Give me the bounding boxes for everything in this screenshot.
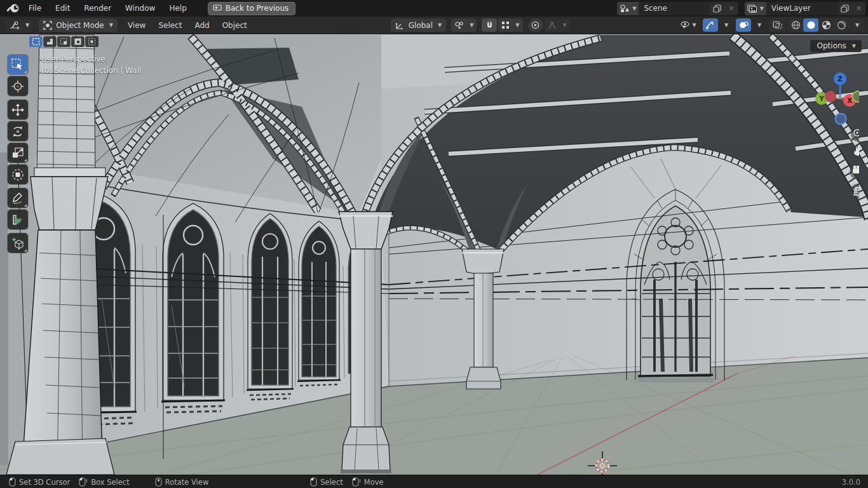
zoom-button[interactable]	[851, 126, 859, 142]
menu-view[interactable]: View	[121, 21, 152, 30]
tool-box-select[interactable]	[8, 55, 28, 74]
svg-text:Z: Z	[837, 76, 842, 83]
shading-dropdown[interactable]: ▼	[849, 18, 864, 32]
chevron-down-icon: ▼	[632, 6, 636, 11]
material-sphere-icon	[822, 20, 831, 30]
viewlayer-name-field[interactable]: ViewLayer	[766, 2, 837, 15]
3d-viewport[interactable]: User Perspective (0) Scene Collection | …	[0, 34, 868, 475]
tool-move[interactable]	[8, 100, 28, 119]
blender-logo-icon	[5, 3, 22, 14]
chevron-down-icon: ▼	[563, 22, 567, 28]
tool-measure[interactable]	[8, 210, 28, 229]
select-mode-extend-button[interactable]	[43, 36, 57, 47]
new-scene-button[interactable]	[710, 2, 724, 15]
mouse-left-icon	[310, 477, 317, 487]
menu-object[interactable]: Object	[216, 21, 254, 30]
version-label: 3.0.0	[842, 478, 860, 487]
menu-edit[interactable]: Edit	[48, 0, 77, 17]
select-mode-buttons	[29, 36, 98, 47]
options-dropdown[interactable]: Options▼	[810, 40, 862, 52]
xray-toggle[interactable]	[769, 18, 785, 32]
back-screen-icon	[213, 4, 222, 11]
pivot-point-dropdown[interactable]: ▼	[451, 18, 477, 32]
menu-render[interactable]: Render	[77, 0, 118, 17]
blender-window: { "topbar": { "menus": ["File", "Edit", …	[0, 0, 868, 488]
tool-rotate[interactable]	[8, 121, 28, 141]
duplicate-icon	[713, 4, 721, 13]
viewport-header: ▼ Object Mode ▼ View Select Add Object G…	[0, 17, 868, 34]
remove-viewlayer-button[interactable]: ✕	[852, 4, 865, 13]
menu-window[interactable]: Window	[118, 0, 162, 17]
pan-button[interactable]	[850, 145, 859, 160]
shading-wireframe-button[interactable]	[788, 18, 803, 32]
orientation-axes-icon	[395, 21, 405, 30]
tool-transform[interactable]	[8, 165, 28, 184]
transform-orientation-dropdown[interactable]: Global ▼	[391, 18, 446, 32]
visibility-eye-cursor-icon	[680, 21, 691, 29]
chevron-down-icon: ▼	[470, 22, 473, 28]
viewport-nav-cluster: Z Y X	[811, 53, 859, 205]
menu-help[interactable]: Help	[162, 0, 193, 17]
menu-select[interactable]: Select	[152, 21, 188, 30]
shading-solid-button[interactable]	[803, 18, 818, 32]
shading-mode-group: ▼	[788, 18, 864, 32]
scene-browse-button[interactable]: ▼	[617, 2, 639, 15]
editor-type-button[interactable]: ▼	[5, 18, 34, 32]
select-mode-set-button[interactable]	[29, 36, 43, 47]
snap-increment-icon	[501, 21, 510, 29]
menu-add[interactable]: Add	[188, 21, 215, 30]
back-to-previous-button[interactable]: Back to Previous	[208, 2, 296, 15]
proportional-falloff-dropdown[interactable]: ▼	[545, 18, 570, 32]
tool-add-cube[interactable]	[8, 233, 28, 253]
active-collection-label: (0) Scene Collection | Wall	[41, 66, 141, 75]
solid-sphere-icon	[806, 20, 816, 30]
select-mode-subtract-button[interactable]	[57, 36, 71, 47]
view-perspective-label: User Perspective	[41, 55, 105, 64]
perspective-toggle-button[interactable]	[850, 184, 859, 199]
mode-dropdown[interactable]: Object Mode ▼	[39, 18, 118, 32]
gizmo-icon	[706, 21, 715, 29]
chevron-down-icon: ▼	[109, 22, 113, 28]
hint-box-select: Box Select	[79, 477, 130, 487]
chevron-down-icon: ▼	[692, 22, 696, 28]
viewlayer-browse-button[interactable]: ▼	[745, 2, 766, 15]
svg-text:Y: Y	[818, 95, 824, 102]
chevron-down-icon: ▼	[760, 6, 764, 11]
show-overlays-toggle[interactable]	[736, 18, 751, 32]
hint-move: Move	[352, 477, 384, 487]
status-bar: Set 3D Cursor Box Select Rotate View Sel…	[0, 475, 868, 488]
tool-cursor[interactable]	[8, 76, 28, 96]
mouse-left-drag-icon	[79, 477, 88, 487]
magnet-icon	[485, 21, 494, 29]
proportional-editing-toggle[interactable]	[528, 18, 543, 32]
snap-toggle-button[interactable]	[482, 18, 497, 32]
viewlayer-selector: ▼ ViewLayer ✕	[745, 2, 865, 15]
object-visibility-dropdown[interactable]: ▼	[676, 18, 700, 32]
chevron-down-icon: ▼	[438, 22, 442, 28]
scene-name-field[interactable]: Scene	[639, 2, 710, 15]
show-gizmo-toggle[interactable]	[703, 18, 718, 32]
select-mode-invert-button[interactable]	[71, 36, 85, 47]
menu-file[interactable]: File	[22, 0, 48, 17]
overlays-dropdown[interactable]: ▼	[751, 18, 766, 32]
nav-gizmo[interactable]: Z Y X	[815, 72, 859, 125]
shading-rendered-button[interactable]	[834, 18, 849, 32]
wireframe-sphere-icon	[791, 20, 801, 30]
snap-settings-dropdown[interactable]: ▼	[498, 18, 522, 32]
tool-scale[interactable]	[8, 143, 28, 163]
new-viewlayer-button[interactable]	[837, 2, 852, 15]
rendered-sphere-icon	[837, 20, 846, 30]
select-mode-intersect-button[interactable]	[85, 36, 98, 47]
xray-icon	[773, 21, 782, 29]
shading-material-button[interactable]	[818, 18, 834, 32]
scene-selector: ▼ Scene ✕	[617, 2, 738, 15]
top-menu-bar: File Edit Render Window Help Back to Pre…	[0, 0, 868, 17]
tool-annotate[interactable]	[8, 188, 28, 208]
camera-view-button[interactable]	[850, 164, 859, 179]
proportional-editing-icon	[531, 21, 539, 29]
object-mode-icon	[43, 21, 52, 30]
unlink-scene-button[interactable]: ✕	[724, 4, 738, 13]
scene-cathedral-wireframe	[0, 34, 868, 475]
toolbar	[8, 55, 28, 255]
gizmo-dropdown[interactable]: ▼	[718, 18, 733, 32]
